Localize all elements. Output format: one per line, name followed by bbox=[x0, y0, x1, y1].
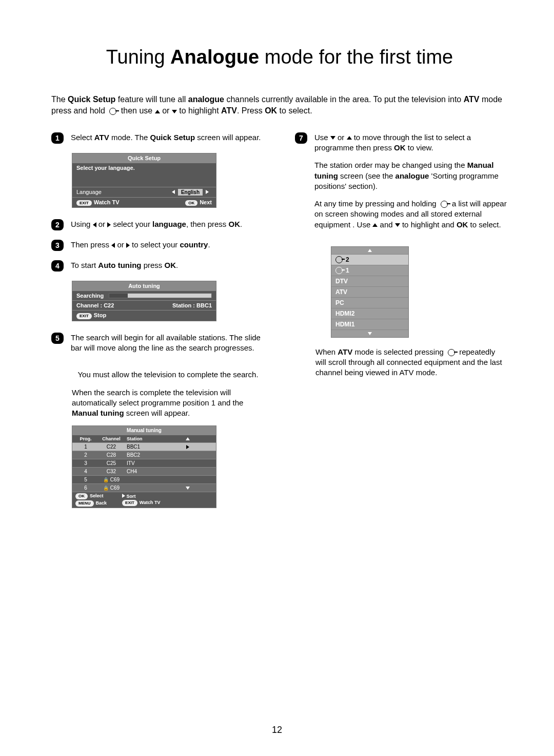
down-arrow-icon bbox=[395, 223, 400, 227]
source-icon bbox=[107, 107, 118, 115]
osd-title: Manual tuning bbox=[72, 426, 216, 435]
down-arrow-icon bbox=[330, 136, 335, 140]
mode-list-osd: 2 1 DTV ATV PC HDMI2 HDMI1 bbox=[331, 246, 409, 338]
mode-item: PC bbox=[331, 297, 408, 308]
up-arrow-icon bbox=[186, 437, 190, 440]
step-5-p2: When the search is complete the televisi… bbox=[72, 387, 264, 419]
title-pre: Tuning bbox=[106, 46, 170, 68]
step-7-p1: Use or to move through the list to selec… bbox=[314, 132, 508, 153]
osd-language-row: Language English bbox=[72, 187, 216, 197]
up-arrow-icon bbox=[372, 223, 378, 227]
table-row: 3 C25 ITV bbox=[72, 459, 216, 467]
step-4: 4 To start Auto tuning press OK. bbox=[51, 260, 264, 272]
source-icon bbox=[439, 200, 450, 208]
page-title: Tuning Analogue mode for the first time bbox=[51, 46, 508, 68]
mode-item: 2 bbox=[331, 254, 408, 265]
step-number: 1 bbox=[51, 132, 64, 144]
source-icon bbox=[446, 348, 457, 357]
mode-item: DTV bbox=[331, 276, 408, 286]
right-arrow-icon bbox=[206, 190, 209, 194]
mode-item: HDMI1 bbox=[331, 319, 408, 329]
down-arrow-icon bbox=[172, 110, 177, 113]
step-2: 2 Using or select your language, then pr… bbox=[51, 219, 264, 230]
right-column: 7 Use or to move through the list to sel… bbox=[295, 132, 508, 519]
page-number: 12 bbox=[0, 725, 554, 735]
searching-label: Searching bbox=[76, 293, 104, 299]
auto-tuning-osd: Auto tuning Searching Channel : C22 Stat… bbox=[72, 281, 216, 321]
lock-icon: 🔒 bbox=[103, 477, 109, 482]
osd-prompt: Select your language. bbox=[72, 163, 216, 187]
table-row: 6 🔒 C69 bbox=[72, 483, 216, 492]
left-column: 1 Select ATV mode. The Quick Setup scree… bbox=[51, 132, 264, 519]
step-7: 7 Use or to move through the list to sel… bbox=[295, 132, 508, 237]
title-bold: Analogue bbox=[170, 46, 259, 68]
step-number: 2 bbox=[51, 219, 64, 230]
channel-label: Channel : C22 bbox=[76, 302, 114, 308]
right-arrow-icon bbox=[122, 494, 125, 498]
right-arrow-icon bbox=[126, 243, 130, 248]
manual-tuning-osd: Manual tuning Prog. Channel Station 1 C2… bbox=[72, 425, 216, 508]
language-label: Language bbox=[76, 189, 102, 195]
language-value: English bbox=[178, 189, 203, 196]
ok-badge: OK bbox=[185, 200, 197, 206]
mode-item: ATV bbox=[331, 286, 408, 297]
mode-item: 1 bbox=[331, 265, 408, 276]
exit-badge: EXIT bbox=[76, 313, 92, 319]
table-row: 2 C28 BBC2 bbox=[72, 451, 216, 459]
osd-footer: OKSelect MENUBack Sort EXITWatch TV bbox=[72, 492, 216, 507]
up-arrow-icon bbox=[155, 110, 160, 113]
down-arrow-icon bbox=[368, 332, 372, 335]
mode-item: HDMI2 bbox=[331, 308, 408, 319]
step-number: 5 bbox=[51, 333, 64, 344]
input-icon bbox=[335, 267, 343, 274]
up-arrow-icon bbox=[347, 136, 352, 140]
step-3: 3 Then press or to select your country. bbox=[51, 240, 264, 251]
intro-paragraph: The Quick Setup feature will tune all an… bbox=[51, 94, 508, 117]
table-row: 5 🔒 C69 bbox=[72, 475, 216, 483]
osd-footer: EXITWatch TV OKNext bbox=[72, 197, 216, 208]
step-7-p4: When ATV mode is selected pressing repea… bbox=[315, 347, 508, 378]
ok-badge: OK bbox=[75, 493, 88, 499]
osd-channel-row: Channel : C22 Station : BBC1 bbox=[72, 300, 216, 310]
step-5-p1: The search will begin for all available … bbox=[71, 333, 264, 354]
title-post: mode for the first time bbox=[259, 46, 453, 68]
language-selector: English bbox=[169, 189, 212, 196]
up-arrow-icon bbox=[368, 249, 372, 252]
step-number: 4 bbox=[51, 260, 64, 272]
manual-page: Tuning Analogue mode for the first time … bbox=[0, 0, 554, 756]
left-arrow-icon bbox=[172, 190, 175, 194]
menu-badge: MENU bbox=[75, 500, 94, 507]
step-1: 1 Select ATV mode. The Quick Setup scree… bbox=[51, 132, 264, 144]
progress-bar bbox=[109, 293, 212, 298]
quick-setup-osd: Quick Setup Select your language. Langua… bbox=[72, 153, 216, 208]
step-number: 7 bbox=[295, 132, 307, 144]
station-label: Station : BBC1 bbox=[172, 302, 212, 308]
exit-badge: EXIT bbox=[122, 500, 137, 506]
osd-footer: EXITStop bbox=[72, 310, 216, 321]
lock-icon: 🔒 bbox=[103, 486, 109, 491]
down-arrow-icon bbox=[186, 487, 190, 490]
table-header: Prog. Channel Station bbox=[72, 435, 216, 442]
exit-badge: EXIT bbox=[76, 200, 92, 206]
osd-title: Auto tuning bbox=[72, 281, 216, 290]
table-row: 4 C32 CH4 bbox=[72, 467, 216, 475]
step-7-p3: At any time by pressing and holding a li… bbox=[314, 199, 508, 230]
step-7-p2: The station order may be changed using t… bbox=[314, 160, 508, 191]
left-arrow-icon bbox=[93, 222, 96, 227]
step-5-note: You must allow the television to complet… bbox=[72, 370, 264, 380]
table-row: 1 C22 BBC1 bbox=[72, 442, 216, 451]
input-icon bbox=[335, 256, 343, 263]
step-5: 5 The search will begin for all availabl… bbox=[51, 333, 264, 361]
step-number: 3 bbox=[51, 240, 64, 251]
right-arrow-icon bbox=[186, 445, 189, 449]
osd-progress-row: Searching bbox=[72, 290, 216, 300]
osd-title: Quick Setup bbox=[72, 153, 216, 163]
